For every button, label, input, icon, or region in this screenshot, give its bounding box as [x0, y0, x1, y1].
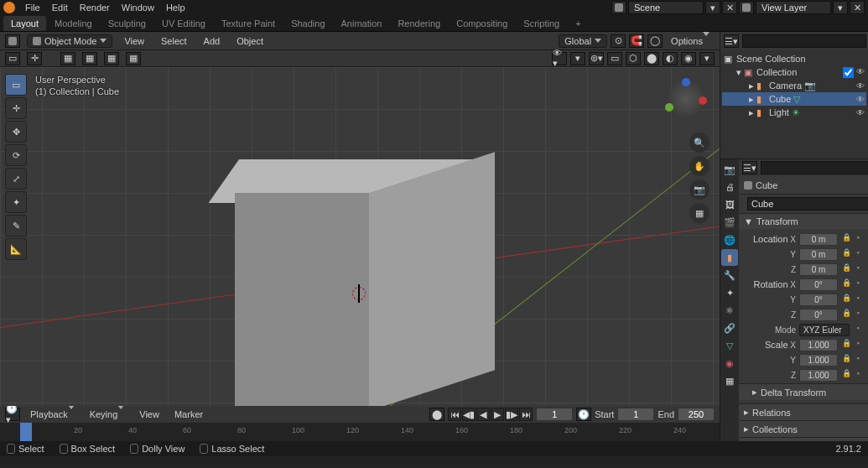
- prop-tab-physics[interactable]: ⚛: [721, 302, 738, 319]
- prop-tab-output[interactable]: 🖨: [721, 179, 738, 195]
- pivot-dropdown[interactable]: ⊙: [611, 34, 626, 48]
- shading-solid[interactable]: ⬤: [644, 52, 659, 65]
- tool-rotate[interactable]: ⟳: [5, 144, 27, 166]
- eye-icon[interactable]: 👁: [856, 95, 865, 104]
- gizmo-x-axis[interactable]: [699, 96, 707, 105]
- lock-icon[interactable]: 🔒: [841, 248, 851, 260]
- tab-add-workspace[interactable]: +: [568, 16, 588, 31]
- lock-icon[interactable]: 🔒: [841, 339, 851, 351]
- jump-prev-key-button[interactable]: ◀▮: [462, 408, 476, 421]
- prop-tab-render[interactable]: 📷: [721, 161, 738, 178]
- lock-icon[interactable]: 🔒: [841, 278, 851, 290]
- tab-uv-editing[interactable]: UV Editing: [154, 16, 213, 31]
- outliner-scene-collection[interactable]: ▣ Scene Collection: [722, 52, 866, 65]
- outliner-search-input[interactable]: [742, 34, 866, 48]
- viewlayer-name-field[interactable]: [756, 1, 831, 14]
- lock-icon[interactable]: 🔒: [841, 369, 851, 381]
- gizmo-toggle[interactable]: ▾: [570, 52, 585, 65]
- tool-annotate[interactable]: ✎: [5, 215, 27, 237]
- rotation-z-input[interactable]: 0°: [799, 309, 838, 321]
- outliner-item-cube[interactable]: ▸ ▮ Cube ▽ 👁: [722, 92, 866, 106]
- eye-icon[interactable]: 👁: [856, 81, 865, 91]
- vp-menu-view[interactable]: View: [119, 34, 149, 48]
- tl-menu-keying[interactable]: Keying: [85, 408, 130, 421]
- overlays-toggle[interactable]: ⊚▾: [589, 52, 604, 65]
- tab-modeling[interactable]: Modeling: [47, 16, 100, 31]
- rotation-mode-dropdown[interactable]: XYZ Euler: [799, 324, 850, 336]
- prop-tab-data[interactable]: ▽: [721, 337, 738, 354]
- end-frame-input[interactable]: [678, 408, 715, 421]
- scene-delete-button[interactable]: ✕: [722, 1, 737, 14]
- tab-texture-paint[interactable]: Texture Paint: [214, 16, 283, 31]
- prop-tab-material[interactable]: ◉: [721, 355, 738, 372]
- lock-icon[interactable]: 🔒: [841, 294, 851, 305]
- vp-menu-select[interactable]: Select: [156, 34, 192, 48]
- snap-toggle[interactable]: 🧲: [629, 34, 644, 48]
- shading-rendered[interactable]: ◉: [681, 52, 696, 65]
- tool-cursor[interactable]: ✛: [5, 97, 27, 119]
- tool-select-box[interactable]: ▭: [5, 74, 27, 96]
- panel-relations[interactable]: ▸Relations: [739, 403, 868, 420]
- play-button[interactable]: ▶: [491, 408, 504, 421]
- panel-collections[interactable]: ▸Collections: [739, 420, 868, 437]
- panel-instancing[interactable]: ▸Instancing: [739, 437, 868, 441]
- cursor-tool-icon[interactable]: ✛: [27, 52, 42, 65]
- eye-icon[interactable]: 👁: [856, 67, 865, 78]
- rotation-y-input[interactable]: 0°: [799, 294, 838, 306]
- subpanel-delta-transform[interactable]: ▸Delta Transform: [739, 383, 868, 400]
- menu-window[interactable]: Window: [117, 1, 159, 14]
- tab-animation[interactable]: Animation: [334, 16, 390, 31]
- timeline-track[interactable]: 1 20 40 60 80 100 120 140 160 180 200 22…: [0, 423, 720, 441]
- menu-render[interactable]: Render: [75, 1, 115, 14]
- properties-search-input[interactable]: [761, 161, 868, 174]
- location-x-input[interactable]: 0 m: [799, 233, 838, 246]
- 3d-viewport[interactable]: User Perspective (1) Collection | Cube ▭…: [0, 67, 720, 406]
- scale-z-input[interactable]: 1.000: [799, 369, 838, 382]
- xray-toggle[interactable]: ▭: [607, 52, 622, 65]
- viewlayer-browse-icon[interactable]: [739, 1, 754, 14]
- menu-edit[interactable]: Edit: [47, 1, 73, 14]
- scale-y-input[interactable]: 1.000: [799, 354, 838, 367]
- panel-transform-header[interactable]: ▼Transform: [739, 213, 868, 229]
- jump-next-key-button[interactable]: ▮▶: [505, 408, 518, 421]
- prop-tab-object[interactable]: ▮: [721, 249, 738, 266]
- rotation-x-input[interactable]: 0°: [799, 278, 838, 291]
- gizmo-z-axis[interactable]: [682, 78, 690, 86]
- outliner-item-light[interactable]: ▸ ▮ Light ☀ 👁: [722, 106, 866, 119]
- shading-wireframe[interactable]: ⬡: [626, 52, 641, 65]
- tab-layout[interactable]: Layout: [3, 16, 46, 31]
- select-tool-icon[interactable]: ▭: [5, 52, 20, 65]
- prop-tab-texture[interactable]: ▦: [721, 372, 738, 389]
- lock-icon[interactable]: 🔒: [841, 354, 851, 366]
- orientation-dropdown[interactable]: Global: [559, 34, 607, 48]
- viewlayer-delete-button[interactable]: ✕: [850, 1, 865, 14]
- snap-target-icon[interactable]: ▦: [82, 52, 97, 65]
- scene-name-field[interactable]: [628, 1, 704, 14]
- tab-scripting[interactable]: Scripting: [516, 16, 567, 31]
- zoom-button[interactable]: 🔍: [689, 133, 709, 153]
- tab-shading[interactable]: Shading: [283, 16, 332, 31]
- tab-sculpting[interactable]: Sculpting: [101, 16, 153, 31]
- object-name-input[interactable]: [747, 197, 868, 211]
- start-frame-input[interactable]: [617, 408, 654, 421]
- tl-menu-marker[interactable]: Marker: [169, 408, 208, 421]
- lock-icon[interactable]: 🔒: [841, 233, 851, 245]
- mode-dropdown[interactable]: Object Mode: [27, 34, 112, 48]
- menu-help[interactable]: Help: [161, 1, 190, 14]
- scene-new-button[interactable]: ▾: [705, 1, 720, 14]
- scale-x-input[interactable]: 1.000: [799, 339, 838, 351]
- timeline-editor-type-icon[interactable]: 🕐▾: [5, 408, 20, 421]
- jump-to-start-button[interactable]: ⏮: [448, 408, 461, 421]
- tab-rendering[interactable]: Rendering: [390, 16, 448, 31]
- eye-icon[interactable]: 👁: [856, 108, 865, 117]
- tool-transform[interactable]: ✦: [5, 191, 27, 213]
- prop-tab-constraints[interactable]: 🔗: [721, 320, 738, 336]
- cube-object[interactable]: [235, 159, 495, 406]
- outliner-item-camera[interactable]: ▸ ▮ Camera 📷 👁: [722, 79, 866, 92]
- tl-menu-playback[interactable]: Playback: [25, 408, 80, 421]
- snap-element-icon[interactable]: ▦: [60, 52, 75, 65]
- prop-tab-scene[interactable]: 🎬: [721, 214, 738, 231]
- play-reverse-button[interactable]: ◀: [476, 408, 490, 421]
- preview-range-toggle[interactable]: 🕐: [576, 408, 591, 421]
- options-dropdown[interactable]: Options: [666, 34, 715, 48]
